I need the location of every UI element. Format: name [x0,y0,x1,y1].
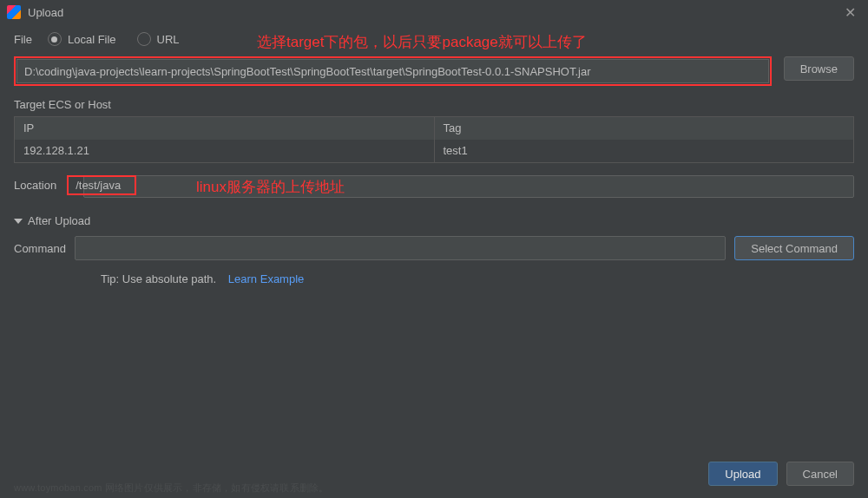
browse-button[interactable]: Browse [784,56,854,81]
command-input[interactable] [75,236,726,260]
radio-circle-icon [137,32,151,46]
titlebar: Upload ✕ [0,0,868,24]
learn-example-link[interactable]: Learn Example [228,272,304,285]
radio-dot-icon [48,32,62,46]
annotation-mid: linux服务器的上传地址 [196,177,345,197]
td-tag: test1 [435,140,854,162]
table-row[interactable]: 192.128.1.21 test1 [15,140,853,162]
after-upload-label: After Upload [28,214,90,227]
radio-url[interactable]: URL [137,32,180,46]
select-command-button[interactable]: Select Command [734,236,854,260]
radio-url-label: URL [157,33,180,46]
dialog-footer: Upload Cancel [708,462,854,486]
location-value: /test/java [76,179,121,192]
tip-text: Tip: Use absolute path. [101,272,216,285]
window-title: Upload [28,6,839,19]
file-path-highlight-box [14,56,772,86]
select-command-label: Select Command [751,242,838,255]
th-ip: IP [15,117,435,140]
cancel-button[interactable]: Cancel [786,462,854,486]
file-label: File [14,33,32,46]
command-label: Command [14,242,66,255]
radio-local-file-label: Local File [68,33,116,46]
cancel-button-label: Cancel [803,468,838,481]
after-upload-toggle[interactable]: After Upload [14,214,854,227]
upload-button[interactable]: Upload [708,462,777,486]
td-ip: 192.128.1.21 [15,140,435,162]
th-tag: Tag [435,117,854,140]
location-value-highlight: /test/java [67,175,136,195]
target-section-label: Target ECS or Host [14,98,854,111]
app-icon [7,5,21,19]
file-path-input[interactable] [16,59,769,83]
radio-local-file[interactable]: Local File [48,32,116,46]
location-label: Location [14,179,56,192]
browse-button-label: Browse [800,62,838,75]
tip-row: Tip: Use absolute path. Learn Example [14,272,854,285]
target-table: IP Tag 192.128.1.21 test1 [14,116,854,163]
chevron-down-icon [14,219,23,224]
file-source-radio-group: Local File URL [48,32,180,46]
close-icon[interactable]: ✕ [839,4,861,21]
upload-button-label: Upload [725,468,760,481]
watermark: www.toymoban.com 网络图片仅供展示，非存储，如有侵权请联系删除。 [14,482,328,495]
annotation-top: 选择target下的包，以后只要package就可以上传了 [257,32,587,52]
table-header: IP Tag [15,117,853,140]
